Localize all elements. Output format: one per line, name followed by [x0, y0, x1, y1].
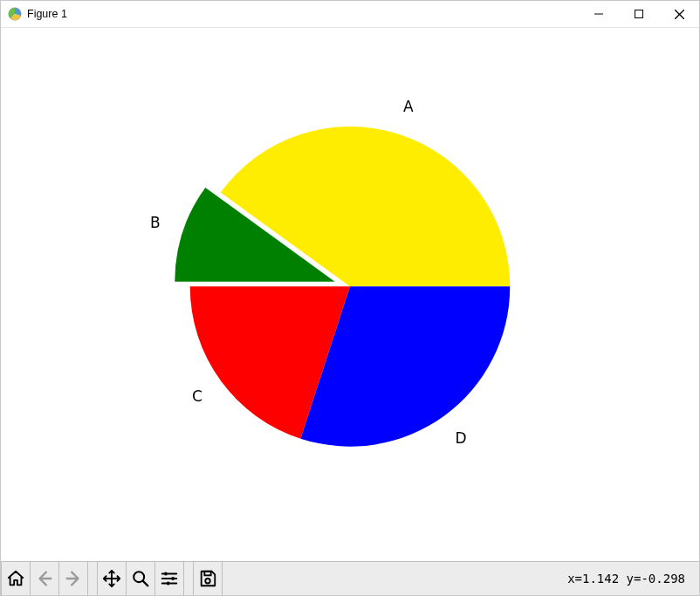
plot-canvas[interactable]: ABCD — [1, 28, 699, 561]
maximize-button[interactable] — [619, 1, 659, 27]
forward-button[interactable] — [59, 562, 88, 595]
svg-rect-13 — [204, 572, 210, 576]
pie-label-c: C — [192, 387, 202, 405]
save-icon — [198, 569, 217, 588]
nav-toolbar: x=1.142 y=-0.298 — [1, 561, 699, 595]
pie-label-b: B — [150, 214, 161, 231]
svg-rect-10 — [165, 572, 168, 576]
svg-rect-12 — [167, 582, 169, 586]
app-icon — [8, 7, 22, 21]
svg-rect-2 — [635, 10, 643, 18]
cursor-coords: x=1.142 y=-0.298 — [567, 572, 699, 586]
window-title: Figure 1 — [27, 8, 67, 20]
pan-button[interactable] — [97, 562, 127, 595]
zoom-button[interactable] — [127, 562, 155, 595]
arrow-right-icon — [64, 569, 83, 588]
svg-rect-11 — [172, 577, 175, 580]
close-button[interactable] — [659, 1, 699, 27]
arrow-left-icon — [35, 569, 54, 588]
pie-label-d: D — [456, 429, 467, 447]
home-icon — [6, 569, 25, 588]
figure-window: Figure 1 ABCD — [0, 0, 700, 596]
sliders-icon — [160, 569, 179, 588]
save-button[interactable] — [193, 562, 223, 595]
titlebar: Figure 1 — [1, 1, 699, 28]
magnifier-icon — [131, 569, 150, 588]
back-button[interactable] — [31, 562, 59, 595]
svg-point-14 — [205, 579, 210, 584]
configure-button[interactable] — [155, 562, 184, 595]
pie-label-a: A — [403, 98, 414, 115]
move-icon — [102, 569, 121, 588]
svg-line-6 — [143, 581, 148, 586]
home-button[interactable] — [1, 562, 31, 595]
minimize-button[interactable] — [579, 1, 619, 27]
